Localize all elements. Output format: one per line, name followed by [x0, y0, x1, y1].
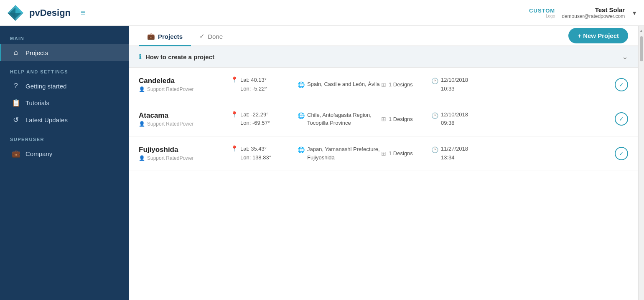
tabs-left: 💼 Projects ✓ Done: [139, 26, 231, 45]
project-user: 👤 Support RatedPower: [139, 155, 231, 161]
logo-icon: [7, 4, 24, 22]
project-date-col: 🕐 11/27/2018 13:34: [431, 145, 603, 162]
location-text: 🌐 Chile, Antofagasta Region, Tocopilla P…: [298, 111, 381, 127]
refresh-icon: ↺: [11, 116, 20, 124]
table-row[interactable]: Fujiyoshida 👤 Support RatedPower 📍 Lat: …: [129, 136, 638, 171]
sidebar-item-label-latest-updates: Latest Updates: [25, 116, 68, 124]
sidebar-item-company[interactable]: 💼 Company: [0, 145, 129, 162]
designs-text: ⊞ 1 Designs: [381, 116, 431, 122]
clock-icon: 🕐: [431, 145, 438, 154]
date-text: 🕐 11/27/2018 13:34: [431, 145, 603, 162]
scrollbar[interactable]: ▲: [638, 26, 644, 300]
sidebar-section-main: MAIN: [0, 36, 129, 41]
designs-text: ⊞ 1 Designs: [381, 150, 431, 157]
designs-text: ⊞ 1 Designs: [381, 81, 431, 88]
sidebar-item-getting-started[interactable]: ? Getting started: [0, 78, 129, 94]
info-icon: ℹ: [139, 53, 141, 61]
home-icon: ⌂: [11, 48, 20, 57]
project-location-col: 🌐 Japan, Yamanashi Prefecture, Fujiyoshi…: [298, 145, 381, 161]
project-user-label: Support RatedPower: [147, 121, 193, 127]
project-date-col: 🕐 12/10/2018 10:33: [431, 76, 603, 93]
date-text: 🕐 12/10/2018 09:38: [431, 111, 603, 128]
table-row[interactable]: Atacama 👤 Support RatedPower 📍 Lat: -22.…: [129, 102, 638, 137]
project-coords-col: 📍 Lat: -22.29° Lon: -69.57°: [231, 111, 298, 128]
sidebar: MAIN ⌂ Projects HELP AND SETTINGS ? Gett…: [0, 26, 129, 300]
project-coords-col: 📍 Lat: 35.43° Lon: 138.83°: [231, 145, 298, 162]
user-info: Test Solar demouser@ratedpower.com: [562, 6, 625, 19]
project-date: 11/27/2018: [441, 145, 468, 154]
project-designs: 1 Designs: [389, 116, 413, 122]
project-lon: Lon: -69.57°: [240, 119, 270, 128]
check-circle: ✓: [615, 112, 628, 126]
date-text: 🕐 12/10/2018 10:33: [431, 76, 603, 93]
tab-done[interactable]: ✓ Done: [191, 26, 231, 46]
tabs-bar: 💼 Projects ✓ Done + New Project: [129, 26, 638, 46]
project-name: Candeleda: [139, 77, 231, 85]
project-location-col: 🌐 Spain, Castile and León, Ávila: [298, 80, 381, 89]
project-time: 13:34: [441, 154, 468, 162]
sidebar-item-latest-updates[interactable]: ↺ Latest Updates: [0, 111, 129, 129]
svg-marker-2: [15, 5, 23, 13]
sidebar-item-tutorials[interactable]: 📋 Tutorials: [0, 94, 129, 111]
project-designs-col: ⊞ 1 Designs: [381, 116, 431, 122]
project-name: Fujiyoshida: [139, 146, 231, 154]
grid-icon: ⊞: [381, 116, 386, 122]
project-location: Spain, Castile and León, Ávila: [307, 80, 379, 88]
project-user: 👤 Support RatedPower: [139, 86, 231, 92]
briefcase-tab-icon: 💼: [147, 33, 155, 40]
grid-icon: ⊞: [381, 81, 386, 88]
globe-icon: 🌐: [298, 81, 305, 89]
projects-list: Candeleda 👤 Support RatedPower 📍 Lat: 40…: [129, 68, 638, 300]
custom-sublabel: Logo: [546, 14, 555, 18]
sidebar-section-help: HELP AND SETTINGS: [0, 69, 129, 74]
hamburger-icon[interactable]: ≡: [81, 8, 86, 18]
clock-icon: 🕐: [431, 76, 438, 86]
scroll-thumb[interactable]: [640, 36, 643, 61]
user-icon: 👤: [139, 121, 145, 127]
sidebar-item-projects[interactable]: ⌂ Projects: [0, 44, 129, 61]
table-row[interactable]: Candeleda 👤 Support RatedPower 📍 Lat: 40…: [129, 68, 638, 102]
new-project-button[interactable]: + New Project: [568, 28, 628, 43]
location-text: 🌐 Japan, Yamanashi Prefecture, Fujiyoshi…: [298, 145, 381, 161]
check-circle: ✓: [615, 147, 628, 160]
project-user: 👤 Support RatedPower: [139, 121, 231, 127]
pin-icon: 📍: [231, 145, 238, 152]
tab-done-label: Done: [208, 33, 223, 40]
pin-icon: 📍: [231, 111, 238, 118]
project-name-col: Fujiyoshida 👤 Support RatedPower: [139, 146, 231, 161]
user-icon: 👤: [139, 86, 145, 92]
project-check-col: ✓: [603, 78, 628, 91]
main-layout: MAIN ⌂ Projects HELP AND SETTINGS ? Gett…: [0, 26, 644, 300]
user-dropdown-arrow[interactable]: ▼: [631, 10, 637, 16]
project-datetime: 11/27/2018 13:34: [441, 145, 468, 162]
project-lat: Lat: 40.13°: [240, 76, 267, 85]
tab-projects[interactable]: 💼 Projects: [139, 26, 191, 46]
project-lat: Lat: -22.29°: [240, 111, 270, 119]
coords-text: Lat: 40.13° Lon: -5.22°: [240, 76, 267, 93]
scroll-up-arrow[interactable]: ▲: [638, 27, 644, 35]
coords-text: Lat: 35.43° Lon: 138.83°: [240, 145, 271, 162]
project-designs: 1 Designs: [389, 150, 413, 156]
project-date: 12/10/2018: [441, 76, 468, 85]
checkmark-tab-icon: ✓: [199, 33, 205, 40]
project-designs-col: ⊞ 1 Designs: [381, 81, 431, 88]
globe-icon: 🌐: [298, 111, 305, 120]
user-email: demouser@ratedpower.com: [562, 13, 625, 19]
project-date-col: 🕐 12/10/2018 09:38: [431, 111, 603, 128]
project-user-label: Support RatedPower: [147, 155, 193, 161]
project-date: 12/10/2018: [441, 111, 468, 119]
question-icon: ?: [11, 82, 20, 90]
project-designs: 1 Designs: [389, 81, 413, 88]
how-to-banner[interactable]: ℹ How to create a project ⌄: [129, 46, 638, 68]
content-area: 💼 Projects ✓ Done + New Project ℹ How to…: [129, 26, 638, 300]
project-lon: Lon: -5.22°: [240, 85, 267, 93]
tab-projects-label: Projects: [158, 33, 183, 40]
how-to-label: How to create a project: [145, 53, 214, 61]
project-time: 10:33: [441, 85, 468, 93]
project-check-col: ✓: [603, 112, 628, 126]
clock-icon: 🕐: [431, 111, 438, 120]
project-lat: Lat: 35.43°: [240, 145, 271, 154]
user-name: Test Solar: [595, 6, 625, 13]
coords-text: Lat: -22.29° Lon: -69.57°: [240, 111, 270, 128]
svg-marker-3: [8, 13, 15, 21]
